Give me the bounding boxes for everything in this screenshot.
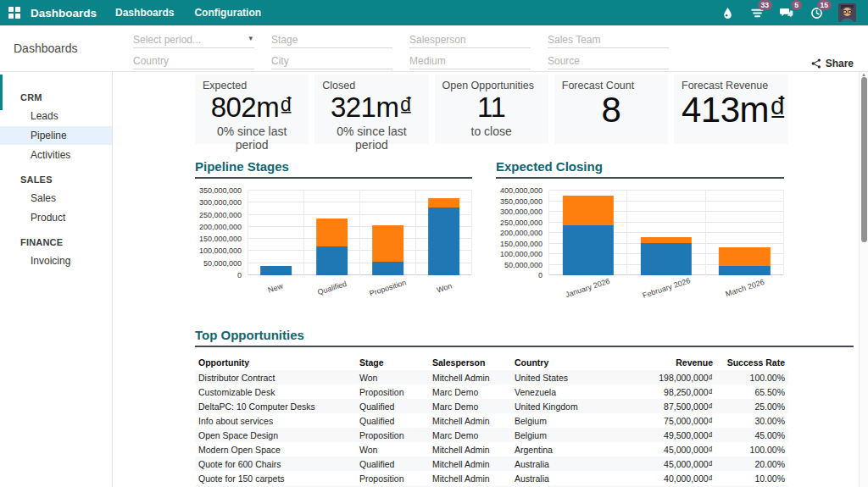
vertical-scrollbar[interactable]: ▲: [859, 72, 868, 487]
cell-country: United Kingdom: [511, 399, 621, 413]
dashboard-content: Expected802m₫0% since last periodClosed3…: [113, 72, 868, 487]
category-cell-proposition: [360, 191, 416, 275]
chart-plot: 050,000,000100,000,000150,000,000200,000…: [195, 191, 472, 275]
filter-icon[interactable]: 33: [749, 5, 765, 20]
menu-item-configuration[interactable]: Configuration: [194, 7, 261, 19]
y-tick-label: 50,000,000: [504, 261, 542, 269]
cell-stage: Proposition: [356, 471, 429, 485]
opportunity-link[interactable]: Customizable Desk: [195, 385, 356, 399]
cell-success-rate: 30.00%: [716, 413, 788, 428]
kpi-card-forecast-revenue: Forecast Revenue413m₫: [674, 75, 788, 144]
filter-field-city[interactable]: [271, 53, 392, 69]
cell-success-rate: 100.00%: [716, 442, 788, 457]
cell-revenue: 40,000,000₫: [621, 471, 716, 485]
filter-field-medium[interactable]: [409, 53, 531, 69]
cell-revenue: 87,500,000₫: [621, 399, 716, 413]
bar-upper-segment: [428, 198, 460, 208]
cell-salesperson: Mitchell Admin: [429, 413, 511, 428]
sidebar-item-product[interactable]: Product: [0, 208, 112, 227]
filter-input-salesperson[interactable]: [409, 32, 531, 47]
top-navbar: Dashboards DashboardsConfiguration 33 5 …: [0, 0, 868, 25]
category-cell-february-2026: [627, 191, 705, 275]
filter-field-select-period[interactable]: ▾: [133, 31, 254, 48]
column-header-opportunity[interactable]: Opportunity: [195, 355, 356, 370]
y-tick-label: 250,000,000: [199, 211, 242, 219]
cell-revenue: 198,000,000₫: [621, 370, 716, 385]
cell-country: Venezuela: [511, 385, 621, 399]
dropdown-caret-icon: ▾: [248, 34, 253, 42]
user-avatar[interactable]: [838, 3, 856, 22]
filter-badge: 33: [758, 0, 772, 10]
table-row: Distributor ContractWonMitchell AdminUni…: [195, 370, 788, 385]
cell-country: Argentina: [511, 442, 621, 457]
table-row: Quote for 150 carpetsPropositionMitchell…: [195, 471, 788, 485]
sidebar-item-sales[interactable]: Sales: [0, 189, 112, 208]
sidebar-item-activities[interactable]: Activities: [0, 146, 112, 164]
filter-field-stage[interactable]: [271, 31, 392, 48]
apps-grid-icon[interactable]: [8, 7, 20, 19]
share-button[interactable]: Share: [811, 58, 854, 69]
y-tick-label: 50,000,000: [203, 259, 242, 268]
stacked-bar: [316, 219, 348, 275]
bar-upper-segment: [719, 247, 770, 266]
category-cell-won: [416, 191, 472, 275]
navbar-menu: DashboardsConfiguration: [115, 7, 261, 19]
sidebar-item-invoicing[interactable]: Invoicing: [0, 252, 112, 270]
plot-cells: [549, 191, 784, 275]
filter-input-medium[interactable]: [409, 53, 531, 69]
filter-input-source[interactable]: [548, 53, 669, 69]
column-header-revenue[interactable]: Revenue: [621, 355, 716, 370]
chat-icon[interactable]: 5: [779, 5, 794, 20]
opportunity-link[interactable]: Open Space Design: [195, 428, 356, 442]
kpi-label: Expected: [203, 80, 301, 91]
opportunity-link[interactable]: Quote for 150 carpets: [195, 471, 356, 485]
column-header-salesperson[interactable]: Salesperson: [429, 355, 511, 370]
bar-lower-segment: [316, 246, 348, 275]
filter-field-sales-team[interactable]: [548, 31, 669, 48]
filter-field-country[interactable]: [133, 53, 254, 69]
table-row: Info about servicesQualifiedMitchell Adm…: [195, 413, 788, 428]
table-row: Open Space DesignPropositionMarc DemoBel…: [195, 428, 788, 442]
column-header-country[interactable]: Country: [511, 355, 621, 370]
opportunity-link[interactable]: Modern Open Space: [195, 442, 356, 457]
y-tick-label: 300,000,000: [199, 198, 242, 207]
scrollbar-thumb[interactable]: [861, 77, 867, 242]
filter-input-select-period[interactable]: [133, 32, 254, 47]
menu-item-dashboards[interactable]: Dashboards: [115, 7, 174, 19]
bar-lower-segment: [428, 208, 460, 275]
y-tick-label: 350,000,000: [500, 197, 542, 206]
x-axis-labels: January 2026February 2026March 2026: [548, 275, 784, 299]
cell-success-rate: 25.00%: [716, 399, 788, 413]
filter-input-city[interactable]: [271, 53, 392, 69]
sidebar-item-pipeline[interactable]: Pipeline: [0, 126, 112, 145]
sidebar-section-title: FINANCE: [20, 237, 112, 247]
opportunity-link[interactable]: Info about services: [195, 413, 356, 428]
clock-icon[interactable]: 15: [809, 5, 824, 20]
opportunity-link[interactable]: Quote for 600 Chairs: [195, 457, 356, 471]
cell-revenue: 75,000,000₫: [621, 413, 716, 428]
cell-revenue: 49,500,000₫: [621, 428, 716, 442]
filter-input-stage[interactable]: [271, 32, 392, 47]
x-tick-label: Proposition: [360, 275, 416, 299]
charts-row: Pipeline Stages050,000,000100,000,000150…: [195, 159, 851, 299]
kpi-value: 8: [562, 91, 660, 129]
column-header-success-rate[interactable]: Success Rate: [716, 355, 788, 370]
kpi-card-forecast-count: Forecast Count8: [554, 75, 668, 144]
column-header-stage[interactable]: Stage: [356, 355, 429, 370]
filter-field-salesperson[interactable]: [409, 31, 531, 48]
table-row: DeltaPC: 10 Computer DesksQualifiedMarc …: [195, 399, 788, 413]
y-tick-label: 200,000,000: [199, 223, 242, 231]
opportunity-link[interactable]: Distributor Contract: [195, 370, 356, 385]
filter-input-country[interactable]: [133, 53, 254, 69]
bar-lower-segment: [719, 266, 770, 275]
filter-field-source[interactable]: [548, 53, 669, 69]
cell-success-rate: 45.00%: [716, 428, 788, 442]
cell-success-rate: 20.00%: [716, 457, 788, 471]
filters-grid: ▾: [133, 31, 669, 69]
opportunity-link[interactable]: DeltaPC: 10 Computer Desks: [195, 399, 356, 413]
droplet-icon[interactable]: [720, 5, 735, 20]
filter-input-sales-team[interactable]: [548, 32, 669, 47]
sidebar-item-leads[interactable]: Leads: [0, 107, 112, 125]
kpi-row: Expected802m₫0% since last periodClosed3…: [195, 75, 788, 144]
stacked-bar: [260, 266, 292, 275]
